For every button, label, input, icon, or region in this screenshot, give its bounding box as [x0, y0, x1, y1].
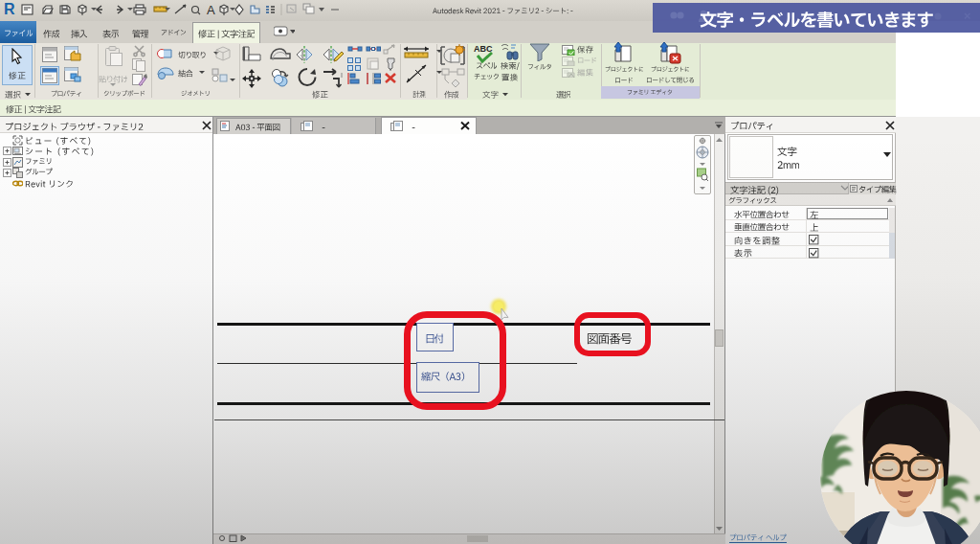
svg-text:ABC: ABC	[474, 44, 493, 54]
svg-text:R: R	[4, 2, 15, 17]
svg-text:A: A	[207, 3, 215, 17]
